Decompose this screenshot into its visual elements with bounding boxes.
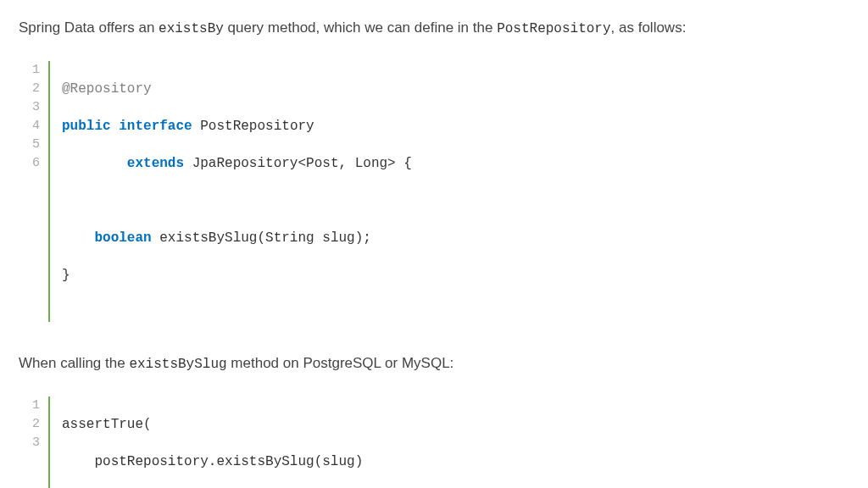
keyword: boolean: [94, 230, 151, 246]
line-number: 5: [32, 136, 40, 154]
text: , as follows:: [611, 19, 687, 36]
text: postRepository.existsBySlug(slug): [62, 454, 363, 469]
line-number: 6: [32, 154, 40, 173]
line-number-gutter: 1 2 3 4 5 6: [32, 61, 50, 322]
text: method on PostgreSQL or MySQL:: [227, 355, 454, 371]
code-line: [62, 191, 412, 210]
line-number-gutter: 1 2 3: [32, 396, 50, 488]
code-block-assert: 1 2 3 assertTrue( postRepository.existsB…: [32, 396, 849, 488]
line-number: 3: [32, 434, 40, 452]
line-number: 4: [32, 117, 40, 136]
line-number: 3: [32, 98, 40, 117]
code-line: assertTrue(: [62, 415, 363, 434]
text: [62, 156, 127, 171]
keyword: public: [62, 119, 111, 134]
code-line: boolean existsBySlug(String slug);: [62, 229, 412, 247]
inline-code-existsby: existsBy: [159, 21, 224, 36]
keyword: interface: [119, 119, 192, 134]
inline-code-existsbyslug: existsBySlug: [129, 357, 226, 372]
paragraph-calling: When calling the existsBySlug method on …: [19, 352, 849, 374]
keyword: extends: [127, 156, 184, 171]
text: JpaRepository<Post, Long> {: [184, 156, 412, 171]
code-line: extends JpaRepository<Post, Long> {: [62, 154, 412, 173]
line-number: 2: [32, 415, 40, 434]
code-line: @Repository: [62, 80, 412, 98]
code-content: @Repository public interface PostReposit…: [50, 61, 412, 322]
text: Spring Data offers an: [19, 19, 159, 36]
text: [111, 119, 120, 134]
text: assertTrue(: [62, 417, 152, 432]
paragraph-intro: Spring Data offers an existsBy query met…: [19, 17, 849, 39]
code-line: }: [62, 266, 412, 285]
text: [62, 193, 70, 208]
code-line: public interface PostRepository: [62, 117, 412, 136]
line-number: 1: [32, 61, 40, 80]
text: }: [62, 268, 70, 283]
text: When calling the: [19, 355, 129, 371]
text: existsBySlug(String slug);: [152, 230, 371, 246]
code-block-repository: 1 2 3 4 5 6 @Repository public interface…: [32, 61, 849, 322]
line-number: 2: [32, 80, 40, 98]
text: PostRepository: [192, 119, 314, 134]
text: [62, 230, 94, 246]
text: query method, which we can define in the: [224, 19, 497, 36]
code-content: assertTrue( postRepository.existsBySlug(…: [50, 396, 363, 488]
annotation: @Repository: [62, 81, 152, 97]
line-number: 1: [32, 396, 40, 415]
code-line: postRepository.existsBySlug(slug): [62, 452, 363, 471]
inline-code-postrepository: PostRepository: [497, 21, 610, 36]
